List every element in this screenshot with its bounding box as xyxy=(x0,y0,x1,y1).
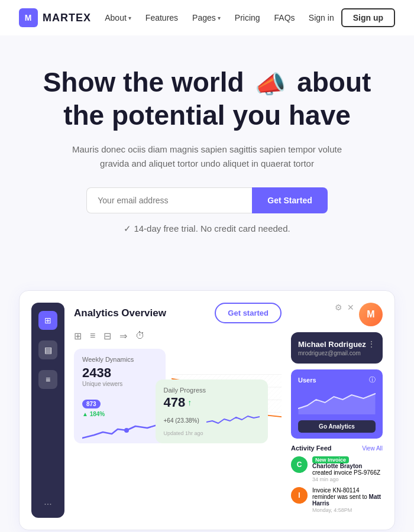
nav-item-pricing[interactable]: Pricing xyxy=(235,13,260,22)
grid-icon: ⊞ xyxy=(74,330,82,342)
dash-right-panel: ⚙ ✕ M Michael Rodriguez ⋮ mrodriguez@gma… xyxy=(291,303,383,518)
activity-time-2: Monday, 4:58PM xyxy=(312,507,352,513)
activity-text-1: Charlotte Brayton created invoice PS-976… xyxy=(312,463,380,476)
more-menu-icon[interactable]: ⋮ xyxy=(367,339,376,349)
go-analytics-button[interactable]: Go Analytics xyxy=(298,420,376,433)
brand-name: MARTEX xyxy=(43,12,91,24)
brand-logo: M MARTEX xyxy=(19,8,91,27)
dash-main: Analytics Overview Get started ⊞ ≡ ⊟ ⇒ ⏱… xyxy=(74,303,282,518)
megaphone-icon: 📣 xyxy=(255,70,286,99)
weekly-dynamics-card: Weekly Dynamics 2438 Unique viewers 873 … xyxy=(74,349,166,443)
chevron-down-icon: ▾ xyxy=(128,15,131,21)
nav-item-features[interactable]: Features xyxy=(145,13,178,22)
dashboard-preview: ⊞ ▤ ≡ ··· Analytics Overview Get started… xyxy=(19,290,395,530)
profile-card: Michael Rodriguez ⋮ mrodriguez@gmail.com xyxy=(291,332,383,364)
dash-sidebar: ⊞ ▤ ≡ ··· xyxy=(31,303,64,518)
activity-time-1: 34 min ago xyxy=(312,476,339,482)
dash-title: Analytics Overview xyxy=(74,307,166,319)
dash-header: Analytics Overview Get started xyxy=(74,303,282,323)
users-label: Users xyxy=(298,377,316,384)
daily-progress-card: Daily Progress 478 ↑ +64 (23.38%) Upd xyxy=(156,379,268,443)
info-icon: ⓘ xyxy=(369,375,376,384)
nav-item-faqs[interactable]: FAQs xyxy=(274,13,295,22)
list-icon: ≡ xyxy=(90,330,95,342)
activity-feed: Activity Feed View All C New Invoice Cha… xyxy=(291,445,383,518)
up-arrow-icon: ↑ xyxy=(187,398,192,407)
sidebar-grid-icon[interactable]: ⊞ xyxy=(38,311,57,330)
signin-button[interactable]: Sign in xyxy=(309,13,334,22)
daily-updated: Updated 1hr ago xyxy=(164,430,260,436)
view-all-link[interactable]: View All xyxy=(362,445,383,452)
nav-links: About ▾ Features Pages ▾ Pricing FAQs xyxy=(105,13,295,22)
hero-subtext: Mauris donec ociis diam magnis sapien sa… xyxy=(71,142,343,171)
dash-icons-row: ⊞ ≡ ⊟ ⇒ ⏱ xyxy=(74,330,282,342)
daily-mini-chart xyxy=(206,410,260,430)
avatar: M xyxy=(359,303,383,326)
weekly-pct: 184% xyxy=(82,411,157,417)
hero-headline: Show the world 📣 about the potential you… xyxy=(35,66,379,132)
navbar: M MARTEX About ▾ Features Pages ▾ Pricin… xyxy=(0,0,414,35)
daily-value: 478 ↑ xyxy=(164,395,260,410)
weekly-sub: Unique viewers xyxy=(82,381,157,387)
chevron-down-icon: ▾ xyxy=(218,15,221,21)
weekly-badge: 873 xyxy=(82,400,101,408)
hero-form: Get Started xyxy=(35,187,379,213)
daily-change: +64 (23.38%) xyxy=(164,417,199,424)
svg-point-0 xyxy=(124,428,129,433)
activity-text-2: Invoice KN-80114 reminder was sent to Ma… xyxy=(312,487,381,507)
activity-item-2: I Invoice KN-80114 reminder was sent to … xyxy=(291,487,383,513)
sidebar-more-icon[interactable]: ··· xyxy=(44,499,51,510)
users-chart-card: Users ⓘ Go Analytics xyxy=(291,369,383,439)
users-mini-chart xyxy=(298,388,376,414)
nav-actions: Sign in Sign up xyxy=(309,8,395,27)
trial-note: ✓ 14-day free trial. No credit card need… xyxy=(71,222,343,236)
daily-label: Daily Progress xyxy=(164,387,260,394)
nav-item-about[interactable]: About ▾ xyxy=(105,13,131,22)
activity-avatar-2: I xyxy=(291,487,308,504)
settings-icon[interactable]: ⚙ xyxy=(335,303,342,326)
activity-title: Activity Feed xyxy=(291,445,331,452)
weekly-label: Weekly Dynamics xyxy=(82,356,157,363)
profile-email: mrodriguez@gmail.com xyxy=(298,350,376,356)
weekly-mini-chart xyxy=(82,417,157,446)
hero-section: Show the world 📣 about the potential you… xyxy=(0,35,414,274)
columns-icon: ⊟ xyxy=(104,330,111,342)
profile-icons-row: ⚙ ✕ M xyxy=(291,303,383,326)
sidebar-table-icon[interactable]: ▤ xyxy=(38,340,57,359)
weekly-value: 2438 xyxy=(82,365,157,381)
close-icon[interactable]: ✕ xyxy=(347,303,354,326)
dash-get-started-button[interactable]: Get started xyxy=(215,303,282,323)
email-input[interactable] xyxy=(86,187,252,213)
nav-item-pages[interactable]: Pages ▾ xyxy=(192,13,221,22)
activity-item-1: C New Invoice Charlotte Brayton created … xyxy=(291,456,383,482)
signup-button[interactable]: Sign up xyxy=(341,8,395,27)
filter-icon: ⇒ xyxy=(119,330,127,342)
activity-avatar-1: C xyxy=(291,456,308,473)
profile-name: Michael Rodriguez xyxy=(298,340,366,349)
logo-icon: M xyxy=(19,8,38,27)
get-started-button[interactable]: Get Started xyxy=(252,187,327,213)
sidebar-list-icon[interactable]: ≡ xyxy=(38,370,57,389)
clock-icon: ⏱ xyxy=(135,330,145,342)
